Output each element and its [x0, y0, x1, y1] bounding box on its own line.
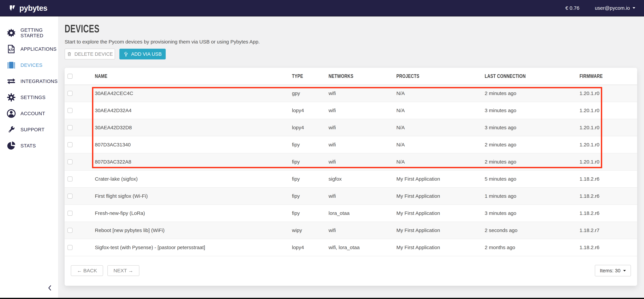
device-name: Sigfox-test (with Pysense) - [pastoor pe…: [95, 239, 292, 256]
sidebar-collapse-button[interactable]: [44, 283, 56, 293]
device-name: First flight sigfox (Wi-Fi): [95, 188, 292, 205]
table-row[interactable]: 30AEA42D32A4lopy4wifiN/A3 minutes ago1.2…: [65, 102, 637, 119]
device-last-connection: 3 minutes ago: [485, 205, 580, 222]
sidebar-item-getting-started[interactable]: GETTING STARTED: [0, 25, 58, 41]
table-row[interactable]: 30AEA42D32D8lopy4wifiN/A3 minutes ago1.2…: [65, 119, 637, 136]
sidebar-item-support[interactable]: SUPPORT: [0, 122, 58, 138]
chip-icon: [6, 60, 16, 70]
device-name: 30AEA42D32A4: [95, 102, 292, 119]
select-all-checkbox[interactable]: [68, 74, 72, 79]
device-firmware: 1.18.2.r6: [580, 188, 637, 205]
topbar: pybytes € 0.76 user@pycom.io: [0, 0, 644, 16]
column-header-firmware: FIRMWARE: [580, 68, 637, 85]
row-checkbox-cell: [65, 239, 95, 256]
device-networks: wifi: [328, 136, 396, 153]
device-firmware: 1.20.1.r0: [580, 153, 637, 170]
column-header-type: TYPE: [292, 68, 328, 85]
device-networks: wifi: [328, 85, 396, 102]
toolbar: DELETE DEVICE ADD VIA USB: [65, 49, 637, 60]
row-checkbox[interactable]: [68, 211, 72, 216]
device-firmware: 1.20.1.r0: [580, 136, 637, 153]
delete-device-button[interactable]: DELETE DEVICE: [65, 49, 115, 60]
sidebar-item-settings[interactable]: SETTINGS: [0, 89, 58, 106]
table-row[interactable]: First flight sigfox (Wi-Fi)fipywifiMy Fi…: [65, 188, 637, 205]
device-networks: wifi: [328, 222, 396, 239]
main-content: DEVICES Start to explore the Pycom devic…: [58, 16, 644, 298]
row-checkbox[interactable]: [68, 194, 72, 198]
device-name: Fresh-new-fipy (LoRa): [95, 205, 292, 222]
sidebar-item-label: STATS: [20, 143, 36, 148]
sidebar-item-account[interactable]: ACCOUNT: [0, 106, 58, 122]
device-projects: My First Application: [396, 222, 485, 239]
sidebar-item-label: SUPPORT: [20, 127, 44, 132]
row-checkbox-cell: [65, 170, 95, 188]
sidebar-item-integrations[interactable]: INTEGRATIONS: [0, 73, 58, 89]
items-per-page-dropdown[interactable]: Items: 30: [595, 265, 631, 276]
back-button[interactable]: ← BACK: [71, 265, 103, 276]
row-checkbox[interactable]: [68, 159, 72, 164]
sidebar-item-devices[interactable]: DEVICES: [0, 57, 58, 73]
row-checkbox[interactable]: [68, 228, 72, 233]
row-checkbox-cell: [65, 85, 95, 102]
row-checkbox[interactable]: [68, 176, 72, 182]
chevron-down-icon: [623, 270, 626, 272]
row-checkbox[interactable]: [68, 108, 72, 113]
device-projects: My First Application: [396, 170, 485, 188]
device-projects: N/A: [396, 119, 485, 136]
device-name: 30AEA42CEC4C: [95, 85, 292, 102]
select-all-cell: [65, 68, 95, 85]
next-button[interactable]: NEXT →: [108, 265, 139, 276]
device-last-connection: 2 seconds ago: [485, 222, 580, 239]
device-networks: sigfox: [328, 170, 396, 188]
device-last-connection: 2 minutes ago: [485, 153, 580, 170]
trash-icon: [67, 52, 72, 56]
table-row[interactable]: Fresh-new-fipy (LoRa)fipylora_otaaMy Fir…: [65, 205, 637, 222]
device-last-connection: 1 minutes ago: [485, 188, 580, 205]
chevron-left-icon: [46, 284, 53, 292]
device-last-connection: 2 months ago: [485, 239, 580, 256]
row-checkbox[interactable]: [68, 142, 72, 147]
table-row[interactable]: 807D3AC322A8fipywifiN/A2 minutes ago1.20…: [65, 153, 637, 170]
device-projects: My First Application: [396, 188, 485, 205]
device-projects: N/A: [396, 153, 485, 170]
table-row[interactable]: Crater-lake (sigfox)fipysigfoxMy First A…: [65, 170, 637, 188]
device-firmware: 1.20.1.r0: [580, 119, 637, 136]
balance: € 0.76: [566, 5, 579, 11]
sun-icon: [6, 28, 16, 38]
row-checkbox[interactable]: [68, 91, 72, 96]
row-checkbox-cell: [65, 136, 95, 153]
device-name: Crater-lake (sigfox): [95, 170, 292, 188]
logo-text: pybytes: [19, 4, 47, 12]
row-checkbox[interactable]: [68, 125, 72, 130]
page-title: DEVICES: [65, 24, 637, 34]
row-checkbox-cell: [65, 153, 95, 170]
row-checkbox[interactable]: [68, 245, 72, 250]
device-networks: lora_otaa: [328, 205, 396, 222]
row-checkbox-cell: [65, 119, 95, 136]
sidebar-item-stats[interactable]: STATS: [0, 138, 58, 154]
table-row[interactable]: 807D3AC31340fipywifiN/A2 minutes ago1.20…: [65, 136, 637, 153]
sidebar-item-applications[interactable]: APPLICATIONS: [0, 41, 58, 57]
device-name: 30AEA42D32D8: [95, 119, 292, 136]
device-last-connection: 3 minutes ago: [485, 119, 580, 136]
column-header-last-connection: LAST CONNECTION: [485, 68, 580, 85]
add-via-usb-button[interactable]: ADD VIA USB: [119, 49, 166, 60]
device-name: 807D3AC322A8: [95, 153, 292, 170]
sidebar-item-label: GETTING STARTED: [20, 27, 58, 38]
usb-icon: [124, 51, 128, 57]
arrows-exchange-icon: [6, 76, 16, 86]
table-row[interactable]: Sigfox-test (with Pysense) - [pastoor pe…: [65, 239, 637, 256]
table-row[interactable]: 30AEA42CEC4CgpywifiN/A2 minutes ago1.20.…: [65, 85, 637, 102]
sidebar-item-label: INTEGRATIONS: [20, 78, 58, 84]
device-type: lopy4: [292, 239, 328, 256]
sidebar: GETTING STARTEDAPPLICATIONSDEVICESINTEGR…: [0, 16, 58, 298]
gear-icon: [6, 92, 16, 102]
device-type: fipy: [292, 136, 328, 153]
sidebar-item-label: DEVICES: [20, 62, 42, 68]
sidebar-item-label: APPLICATIONS: [20, 46, 56, 52]
column-header-networks: NETWORKS: [328, 68, 396, 85]
chevron-down-icon: [632, 7, 635, 9]
device-last-connection: 2 minutes ago: [485, 85, 580, 102]
table-row[interactable]: Reboot [new pybytes lib] (WiFi)wipywifiM…: [65, 222, 637, 239]
user-menu[interactable]: user@pycom.io: [595, 5, 635, 11]
